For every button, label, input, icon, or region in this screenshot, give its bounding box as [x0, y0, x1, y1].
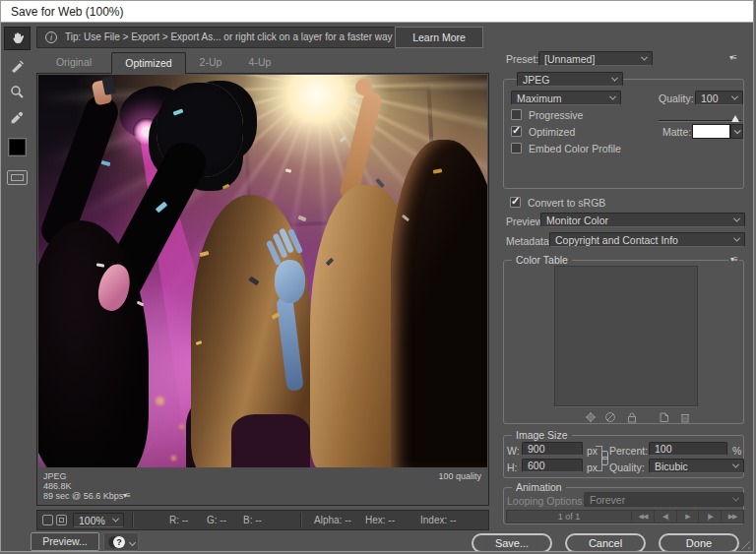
preview-in-browser-control[interactable]: ?	[103, 532, 139, 551]
save-button[interactable]: Save...	[472, 533, 552, 552]
metadata-value: Copyright and Contact Info	[555, 234, 678, 246]
confetti-piece	[249, 277, 260, 286]
play-button[interactable]: ▶	[676, 511, 699, 523]
resample-quality-label: Quality:	[609, 462, 645, 473]
convert-srgb-checkbox[interactable]	[510, 197, 521, 208]
chevron-down-icon	[641, 54, 648, 61]
height-label: H:	[507, 462, 518, 473]
zoom-tool[interactable]	[4, 80, 31, 103]
compression-quality-select[interactable]: Maximum	[511, 91, 621, 105]
preview-quality: 100 quality	[438, 471, 481, 481]
color-table-title: Color Table	[512, 254, 572, 266]
file-format-select[interactable]: JPEG	[517, 72, 623, 87]
tab-2up[interactable]: 2-Up	[186, 52, 235, 73]
chevron-down-icon	[129, 539, 136, 546]
toggle-slices-icon[interactable]	[42, 515, 53, 525]
chevron-down-icon	[732, 462, 739, 468]
optimized-checkbox[interactable]	[511, 126, 522, 137]
download-speed-menu-icon[interactable]: ▾≡	[123, 491, 130, 500]
lock-color-icon[interactable]	[625, 410, 639, 423]
resample-quality-select[interactable]: Bicubic	[649, 459, 744, 473]
confetti-piece	[339, 136, 346, 142]
color-table[interactable]	[554, 266, 698, 406]
confetti-piece	[100, 160, 110, 166]
chevron-down-icon	[734, 127, 741, 134]
percent-label: Percent:	[609, 445, 648, 457]
cancel-button[interactable]: Cancel	[565, 533, 646, 552]
confetti-piece	[298, 215, 307, 220]
looping-options-value: Forever	[590, 494, 625, 506]
preset-label: Preset:	[506, 53, 538, 65]
hand-tool[interactable]	[4, 27, 31, 50]
learn-more-button[interactable]: Learn More	[395, 27, 483, 48]
toggle-slices-visibility-icon[interactable]	[7, 170, 28, 185]
first-frame-button[interactable]: ◀◀	[631, 511, 654, 523]
preview-filesize: 486.8K	[43, 481, 72, 491]
height-input[interactable]: 600	[522, 459, 583, 472]
delete-color-icon[interactable]	[678, 410, 692, 423]
matte-color-swatch[interactable]	[692, 124, 730, 139]
metadata-select[interactable]: Copyright and Contact Info	[549, 232, 745, 247]
slider-track	[659, 120, 741, 121]
preset-select[interactable]: [Unnamed]	[538, 51, 653, 66]
preview-mode-select[interactable]: Monitor Color	[540, 213, 745, 227]
animation-title: Animation	[512, 481, 566, 493]
tab-4up[interactable]: 4-Up	[235, 52, 284, 73]
tip-bar: i Tip: Use File > Export > Export As... …	[36, 27, 483, 48]
save-for-web-dialog: Save for Web (100%) i Tip: Use File > Ex…	[0, 0, 754, 552]
tab-optimized[interactable]: Optimized	[111, 52, 186, 74]
window-titlebar[interactable]: Save for Web (100%)	[1, 1, 753, 23]
zoom-level-value: 100%	[79, 515, 105, 526]
slider-thumb[interactable]	[731, 115, 739, 122]
width-label: W:	[507, 445, 520, 457]
browser-question-icon: ?	[113, 536, 125, 548]
color-table-menu-icon[interactable]: ▾≡	[728, 255, 739, 264]
magnifier-icon	[10, 85, 25, 99]
transparency-lock-icon[interactable]	[603, 410, 617, 423]
metadata-label: Metadata:	[506, 235, 552, 247]
status-bar: 100% R: -- G: -- B: -- Alpha: -- Hex: --…	[36, 510, 489, 530]
eyedropper-color-swatch[interactable]	[8, 138, 27, 156]
slice-options-icon[interactable]	[56, 515, 67, 525]
next-frame-button[interactable]: |▶	[698, 511, 721, 523]
quality-value: 100	[701, 92, 719, 104]
snap-web-palette-icon[interactable]	[584, 410, 598, 423]
zoom-level-select[interactable]: 100%	[73, 513, 124, 527]
compression-value: Maximum	[517, 92, 562, 104]
slice-select-tool[interactable]	[4, 54, 31, 78]
link-dimensions-icon[interactable]	[600, 451, 607, 464]
quality-label: Quality:	[659, 92, 694, 104]
eyedropper-icon	[10, 110, 25, 125]
chevron-down-icon	[733, 215, 740, 222]
preset-panel-menu-icon[interactable]: ▾≡	[729, 53, 736, 62]
confetti-piece	[195, 340, 202, 345]
readout-index: Index: --	[420, 515, 457, 525]
confetti-piece	[375, 178, 384, 188]
preview-format: JPEG	[43, 471, 67, 481]
progressive-label: Progressive	[529, 109, 583, 121]
matte-select[interactable]	[730, 124, 743, 139]
new-color-icon[interactable]	[657, 410, 670, 423]
tab-original[interactable]: Original	[36, 52, 111, 73]
done-button[interactable]: Done	[659, 533, 739, 552]
eyedropper-tool[interactable]	[4, 105, 31, 129]
previous-frame-button[interactable]: ◀|	[654, 511, 676, 523]
preview-download-time: 89 sec @ 56.6 Kbps	[43, 491, 123, 501]
quality-input[interactable]: 100	[695, 91, 743, 105]
looping-options-select[interactable]: Forever	[584, 492, 744, 507]
percent-input[interactable]: 100	[649, 442, 727, 456]
resize-grip[interactable]	[738, 537, 750, 549]
embed-color-profile-checkbox[interactable]	[511, 143, 522, 154]
readout-g: G: --	[207, 515, 226, 525]
preview-image[interactable]	[38, 75, 487, 467]
confetti-piece	[326, 257, 334, 265]
width-input[interactable]: 900	[522, 442, 583, 456]
preset-value: [Unnamed]	[544, 53, 595, 65]
preview-frame: JPEG 100 quality 486.8K 89 sec @ 56.6 Kb…	[36, 73, 489, 506]
confetti-piece	[222, 183, 230, 189]
preview-status: JPEG 100 quality 486.8K 89 sec @ 56.6 Kb…	[38, 467, 487, 504]
last-frame-button[interactable]: ▶▶	[721, 511, 743, 523]
confetti-piece	[285, 168, 292, 172]
progressive-checkbox[interactable]	[511, 109, 522, 120]
preview-button[interactable]: Preview...	[31, 532, 99, 551]
